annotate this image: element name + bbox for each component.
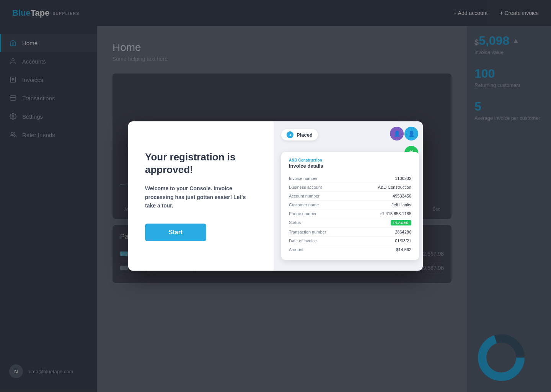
modal-title: Your registration is approved! (145, 151, 257, 177)
date-value: 01/03/21 (395, 238, 411, 243)
invoice-number-label: Invoice number (289, 176, 318, 181)
amount-label: Amount (289, 247, 303, 252)
date-label: Date of invoice (289, 238, 317, 243)
invoice-card: A&D Construction Invoice details Invoice… (281, 152, 419, 260)
placed-arrow-icon: ➜ (287, 131, 293, 138)
business-account-value: A&D Construction (378, 185, 411, 189)
invoice-heading: Invoice details (289, 163, 411, 169)
placed-label: Placed (297, 132, 313, 138)
invoice-row-status: Status PLACED (289, 218, 411, 228)
transaction-value: 2864286 (395, 230, 411, 234)
transaction-label: Transaction number (289, 230, 326, 234)
invoice-row-customer: Customer name Jeff Hanks (289, 201, 411, 209)
customer-name-label: Customer name (289, 203, 319, 207)
avatar-blue: 👤 (404, 127, 418, 140)
invoice-row-transaction: Transaction number 2864286 (289, 228, 411, 237)
status-badge: PLACED (391, 220, 411, 225)
invoice-row-amount: Amount $14,562 (289, 245, 411, 254)
invoice-row-phone: Phone number +1 415 858 1185 (289, 209, 411, 218)
placed-badge: ➜ Placed (281, 129, 318, 140)
start-button[interactable]: Start (145, 224, 206, 241)
invoice-company: A&D Construction (289, 158, 411, 162)
status-label: Status (289, 220, 301, 225)
business-account-label: Business account (289, 185, 322, 189)
amount-value: $14,562 (396, 247, 411, 252)
modal-overlay: Your registration is approved! Welcome t… (0, 0, 551, 392)
avatar-purple: 👤 (390, 127, 404, 140)
phone-label: Phone number (289, 211, 316, 216)
modal-description: Welcome to your Console. Invoice process… (145, 184, 257, 210)
invoice-row-business: Business account A&D Construction (289, 183, 411, 192)
account-number-value: 49533456 (393, 194, 411, 198)
modal-right-pane: ➜ Placed 👤 👤 ⇅ 💬 A&D Construction Invoic… (274, 121, 423, 271)
registration-modal: Your registration is approved! Welcome t… (128, 121, 423, 271)
invoice-row-number: Invoice number 1100232 (289, 174, 411, 183)
account-number-label: Account number (289, 194, 320, 198)
invoice-row-date: Date of invoice 01/03/21 (289, 237, 411, 245)
invoice-number-value: 1100232 (395, 176, 411, 181)
invoice-row-account-num: Account number 49533456 (289, 192, 411, 201)
customer-name-value: Jeff Hanks (391, 203, 411, 207)
modal-left-pane: Your registration is approved! Welcome t… (128, 121, 274, 271)
phone-value: +1 415 858 1185 (380, 211, 411, 216)
